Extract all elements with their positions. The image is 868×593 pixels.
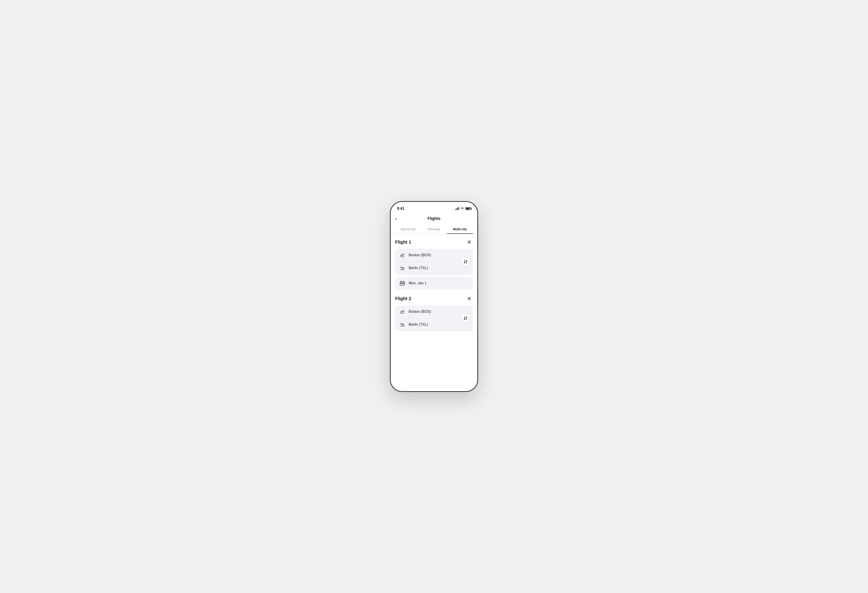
battery-icon bbox=[465, 207, 471, 210]
departure-icon-2 bbox=[399, 309, 406, 314]
arrival-icon bbox=[399, 265, 406, 271]
flight-1-origin-row[interactable]: Boston (BOS) bbox=[395, 249, 473, 262]
flight-1-label: Flight 1 bbox=[395, 239, 411, 245]
phone-frame: 9:41 ‹ Flights R bbox=[390, 201, 478, 392]
wifi-icon bbox=[461, 207, 464, 210]
flight-1-header: Flight 1 bbox=[395, 238, 473, 246]
flight-1-destination-text: Berlin (TXL) bbox=[409, 266, 428, 270]
flight-2-swap-button[interactable] bbox=[461, 314, 470, 323]
close-icon bbox=[468, 240, 471, 243]
flight-1-destination-row[interactable]: Berlin (TXL) bbox=[395, 262, 473, 274]
swap-icon-2 bbox=[464, 316, 467, 320]
tab-multi-city[interactable]: Multi-city bbox=[447, 225, 473, 234]
flight-1-swap-button[interactable] bbox=[461, 257, 470, 266]
back-button[interactable]: ‹ bbox=[395, 216, 397, 222]
flight-1-date-text: Mon, Jan 1 bbox=[409, 281, 427, 285]
flight-2-destination-text: Berlin (TXL) bbox=[409, 323, 428, 326]
svg-rect-3 bbox=[403, 283, 404, 284]
flight-1-date-card[interactable]: Mon, Jan 1 bbox=[395, 277, 473, 289]
svg-rect-2 bbox=[402, 283, 403, 284]
flight-1-close-button[interactable] bbox=[466, 238, 473, 246]
flight-2-section: Flight 2 Boston (BOS) bbox=[395, 295, 473, 331]
status-time: 9:41 bbox=[397, 207, 404, 211]
flight-1-route-card: Boston (BOS) Berlin (TXL) bbox=[395, 249, 473, 274]
signal-icon bbox=[455, 207, 459, 210]
status-bar: 9:41 bbox=[391, 202, 477, 214]
flight-1-section: Flight 1 Boston (BOS) bbox=[395, 238, 473, 289]
tabs-container: Round-trip One-way Multi-city bbox=[391, 225, 477, 234]
close-icon-2 bbox=[468, 297, 471, 300]
flight-2-origin-row[interactable]: Boston (BOS) bbox=[395, 305, 473, 318]
tab-one-way[interactable]: One-way bbox=[421, 225, 447, 234]
flight-2-destination-row[interactable]: Berlin (TXL) bbox=[395, 318, 473, 331]
flight-2-label: Flight 2 bbox=[395, 296, 411, 301]
main-content: Flight 1 Boston (BOS) bbox=[391, 234, 477, 391]
svg-rect-1 bbox=[401, 283, 402, 284]
departure-icon bbox=[399, 252, 406, 258]
status-icons bbox=[455, 207, 471, 210]
swap-icon bbox=[464, 260, 467, 264]
calendar-icon bbox=[399, 280, 406, 286]
flight-1-origin-text: Boston (BOS) bbox=[409, 253, 431, 257]
flight-2-origin-text: Boston (BOS) bbox=[409, 310, 431, 314]
tab-round-trip[interactable]: Round-trip bbox=[395, 225, 421, 234]
flight-2-route-card: Boston (BOS) Berlin (TXL) bbox=[395, 305, 473, 331]
page-title: Flights bbox=[428, 216, 441, 221]
header: ‹ Flights bbox=[391, 214, 477, 225]
flight-2-close-button[interactable] bbox=[466, 295, 473, 302]
arrival-icon-2 bbox=[399, 322, 406, 327]
flight-2-header: Flight 2 bbox=[395, 295, 473, 302]
